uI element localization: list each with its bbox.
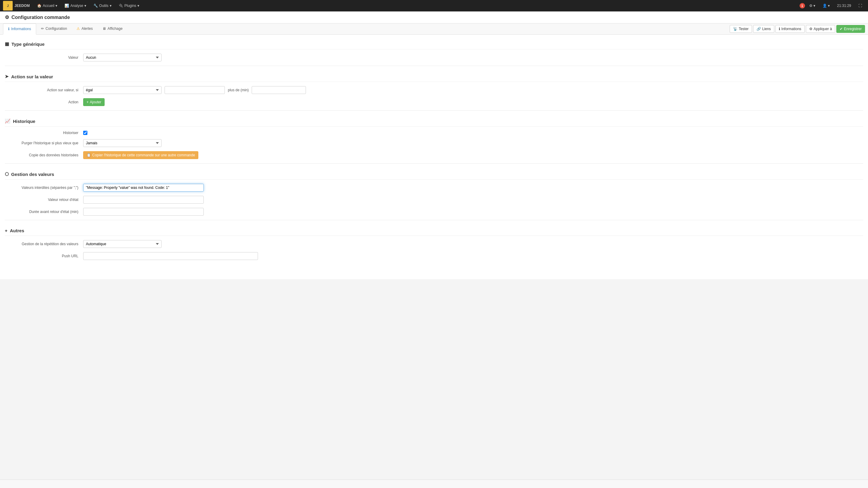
notification-badge[interactable]: 1 xyxy=(800,3,805,8)
duree-input[interactable] xyxy=(83,208,204,216)
liens-button[interactable]: 🔗 Liens xyxy=(753,25,774,33)
brand-text: JEEDOM xyxy=(14,4,30,8)
grid-icon: ▦ xyxy=(5,41,9,47)
repetition-row: Gestion de la répétition des valeurs Aut… xyxy=(5,240,863,248)
fullscreen-icon[interactable]: ⛶ xyxy=(855,0,865,11)
plus-section-icon: + xyxy=(5,228,7,233)
retour-label: Valeur retour d'état xyxy=(5,198,83,202)
section-type-generique-header: ▦ Type générique xyxy=(5,38,863,50)
clipboard-icon: 📋 xyxy=(87,153,91,157)
tab-bar: ℹ Informations ✏ Configuration ⚠ Alertes… xyxy=(0,24,868,35)
info-icon: ℹ xyxy=(8,27,10,31)
push-url-row: Push URL xyxy=(5,252,863,260)
rss-icon: 📡 xyxy=(733,27,738,31)
action-condition-select[interactable]: égal inférieur supérieur différent xyxy=(83,86,161,94)
config-icon: ⚙ xyxy=(5,14,9,20)
action-valeur-label: Action sur valeur, si xyxy=(5,88,83,92)
clock-display: 21:31:29 xyxy=(834,4,854,8)
valeur-label: Valeur xyxy=(5,56,83,60)
purger-label: Purger l'historique si plus vieux que xyxy=(5,141,83,145)
action-icon: ➤ xyxy=(5,74,9,79)
tab-configuration[interactable]: ✏ Configuration xyxy=(36,24,72,34)
interdites-row: Valeurs interdites (séparées par ";") xyxy=(5,184,863,192)
main-content: ▦ Type générique Valeur Aucun ➤ Action s… xyxy=(0,35,868,279)
user-icon-nav[interactable]: 👤 ▾ xyxy=(819,0,833,11)
plus-de-input[interactable] xyxy=(252,86,306,94)
link-icon: 🔗 xyxy=(756,27,761,31)
retour-input[interactable] xyxy=(83,196,204,204)
retour-row: Valeur retour d'état xyxy=(5,196,863,204)
action-valeur-row: Action sur valeur, si égal inférieur sup… xyxy=(5,86,863,94)
tab-alertes[interactable]: ⚠ Alertes xyxy=(72,24,97,34)
plugins-icon: 🔌 xyxy=(119,4,123,8)
section-gestion-header: ⬡ Gestion des valeurs xyxy=(5,168,863,180)
purger-row: Purger l'historique si plus vieux que Ja… xyxy=(5,139,863,147)
plus-de-label: plus de (min) xyxy=(228,88,249,92)
action-value-input[interactable] xyxy=(164,86,225,94)
settings-icon-nav[interactable]: ⚙ ▾ xyxy=(806,0,818,11)
interdites-input[interactable] xyxy=(83,184,204,192)
section-action-header: ➤ Action sur la valeur xyxy=(5,70,863,82)
informations-button[interactable]: ℹ Informations xyxy=(775,25,805,33)
valeur-row: Valeur Aucun xyxy=(5,54,863,61)
action-add-row: Action + Ajouter xyxy=(5,98,863,106)
chevron-icon: ▾ xyxy=(110,4,112,8)
copy-history-button[interactable]: 📋 Copier l'historique de cette commande … xyxy=(83,151,198,159)
page-title: Configuration commande xyxy=(11,15,70,20)
logo-icon: J xyxy=(3,1,13,10)
nav-accueil[interactable]: 🏠 Accueil ▾ xyxy=(34,0,61,11)
duree-label: Durée avant retour d'état (min) xyxy=(5,210,83,214)
chart-icon: 📈 xyxy=(5,119,10,124)
brand[interactable]: J JEEDOM xyxy=(3,1,30,10)
repetition-label: Gestion de la répétition des valeurs xyxy=(5,242,83,246)
action-valeur-inline: égal inférieur supérieur différent plus … xyxy=(83,86,306,94)
section-historique-header: 📈 Historique xyxy=(5,115,863,127)
display-icon: 🖥 xyxy=(102,27,106,31)
enregistrer-button[interactable]: ✔ Enregistrer xyxy=(836,25,865,33)
historiser-label: Historiser xyxy=(5,131,83,135)
chevron-icon: ▾ xyxy=(84,4,86,8)
apply-icon: ⚙ xyxy=(809,27,812,31)
nav-analyse[interactable]: 📊 Analyse ▾ xyxy=(61,0,89,11)
chevron-icon: ▾ xyxy=(137,4,139,8)
historiser-row: Historiser xyxy=(5,131,863,135)
tester-button[interactable]: 📡 Tester xyxy=(730,25,752,33)
page-title-bar: ⚙ Configuration commande xyxy=(0,11,868,24)
copie-row: Copie des données historisées 📋 Copier l… xyxy=(5,151,863,159)
tab-affichage[interactable]: 🖥 Affichage xyxy=(98,24,127,34)
duree-row: Durée avant retour d'état (min) xyxy=(5,208,863,216)
alert-icon: ⚠ xyxy=(76,27,80,31)
tools-icon: 🔧 xyxy=(93,4,98,8)
info2-icon: ℹ xyxy=(779,27,780,31)
plus-icon: + xyxy=(87,100,89,104)
push-url-label: Push URL xyxy=(5,254,83,258)
page-container: ⚙ Configuration commande ℹ Informations … xyxy=(0,11,868,279)
purger-select[interactable]: Jamais 1 mois 3 mois 6 mois 1 an xyxy=(83,139,161,147)
historiser-checkbox[interactable] xyxy=(83,131,87,135)
repetition-select[interactable]: Automatique Jamais Toujours xyxy=(83,240,161,248)
action-add-label: Action xyxy=(5,100,83,104)
appliquer-button[interactable]: ⚙ Appliquer à xyxy=(806,25,835,33)
navbar: J JEEDOM 🏠 Accueil ▾ 📊 Analyse ▾ 🔧 Outil… xyxy=(0,0,868,11)
analyse-icon: 📊 xyxy=(64,4,69,8)
tab-informations[interactable]: ℹ Informations xyxy=(3,24,36,35)
edit-icon: ✏ xyxy=(41,27,44,31)
save-icon: ✔ xyxy=(840,27,843,31)
values-icon: ⬡ xyxy=(5,171,9,177)
home-icon: 🏠 xyxy=(37,4,41,8)
historiser-checkbox-wrapper xyxy=(83,131,87,135)
nav-outils[interactable]: 🔧 Outils ▾ xyxy=(90,0,115,11)
chevron-icon: ▾ xyxy=(56,4,57,8)
copie-label: Copie des données historisées xyxy=(5,153,83,157)
tab-actions: 📡 Tester 🔗 Liens ℹ Informations ⚙ Appliq… xyxy=(730,24,865,34)
interdites-label: Valeurs interdites (séparées par ";") xyxy=(5,186,83,190)
push-url-input[interactable] xyxy=(83,252,258,260)
nav-plugins[interactable]: 🔌 Plugins ▾ xyxy=(116,0,142,11)
valeur-select[interactable]: Aucun xyxy=(83,54,161,61)
add-action-button[interactable]: + Ajouter xyxy=(83,98,104,106)
section-autres-header: + Autres xyxy=(5,224,863,236)
